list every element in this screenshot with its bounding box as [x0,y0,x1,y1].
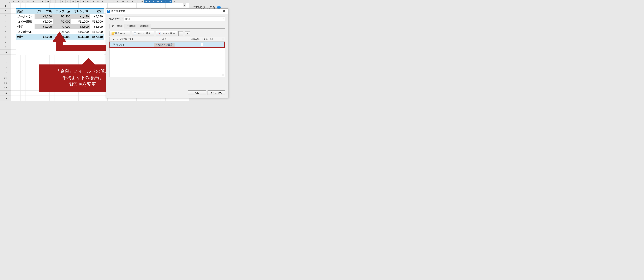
pivot-row-label[interactable]: ダンボール [16,29,34,35]
column-header-G[interactable]: G [41,0,46,3]
column-header-E[interactable]: E [31,0,36,3]
pivot-header[interactable]: アップル店 [53,9,72,14]
row-header-4[interactable]: 4 [0,19,11,24]
pivot-row-label[interactable]: 付箋 [16,24,34,29]
row-header-3[interactable]: 3 [0,14,11,19]
value-field-select[interactable]: 金額 ▾ [124,17,225,21]
column-header-AA[interactable]: AA [140,0,144,3]
column-header-H[interactable]: H [46,0,51,3]
rules-scroll-up-icon[interactable]: ▲ [222,38,224,40]
pivot-total-cell[interactable]: ¥47,540 [90,35,104,40]
column-header-AG[interactable]: AG [164,0,168,3]
new-rule-button[interactable]: 新規ルール... [109,31,130,36]
pivot-cell[interactable]: ¥18,000 [90,19,104,24]
pivot-cell[interactable]: ¥5,000 [34,19,53,24]
column-header-P[interactable]: P [86,0,90,3]
column-header-A[interactable]: A [11,0,16,3]
pivot-cell[interactable]: ¥2,000 [53,19,72,24]
column-header-AC[interactable]: AC [148,0,152,3]
row-header-15[interactable]: 15 [0,75,11,80]
scroll-up-button[interactable]: ▲ [183,4,186,7]
column-header-Z[interactable]: Z [135,0,140,3]
delete-rule-button[interactable]: ルールの削除 [156,31,177,36]
row-header-2[interactable]: 2 [0,9,11,14]
cancel-button[interactable]: キャンセル [208,90,225,95]
column-header-W[interactable]: W [120,0,125,3]
row-header-18[interactable]: 18 [0,91,11,96]
column-header-T[interactable]: T [106,0,110,3]
pivot-header[interactable]: 総計 [90,9,104,14]
pivot-cell[interactable]: ¥2,000 [34,24,53,29]
pivot-cell[interactable]: ¥1,440 [72,14,90,19]
row-header-19[interactable]: 19 [0,96,11,101]
pivot-cell[interactable]: ¥18,000 [90,29,104,35]
tab-2[interactable]: 総計領域 [138,24,151,29]
column-header-AD[interactable]: AD [152,0,156,3]
column-header-Y[interactable]: Y [130,0,135,3]
pivot-total-cell[interactable]: ¥24,940 [72,35,90,40]
column-header-J[interactable]: J [56,0,60,3]
move-rule-down-button[interactable]: ▼ [185,31,190,36]
pivot-cell[interactable]: ¥2,000 [53,24,72,29]
pivot-cell[interactable]: ¥11,000 [72,19,90,24]
column-header-M[interactable]: M [70,0,76,3]
pivot-cell[interactable]: ¥5,040 [90,14,104,19]
row-header-11[interactable]: 11 [0,55,11,60]
select-all-corner[interactable] [0,0,11,3]
column-header-AE[interactable]: AE [156,0,160,3]
row-header-9[interactable]: 9 [0,44,11,50]
pivot-row-label[interactable]: ボールペン [16,14,34,19]
column-header-B[interactable]: B [16,0,21,3]
close-button[interactable]: ✕ [221,9,227,14]
column-header-Q[interactable]: Q [90,0,96,3]
pivot-header[interactable]: オレンジ店 [72,9,90,14]
column-header-I[interactable]: I [51,0,56,3]
column-header-S[interactable]: S [100,0,106,3]
rules-scroll-down-icon[interactable]: ▼ [222,74,224,76]
column-header-V[interactable]: V [115,0,120,3]
column-header-R[interactable]: R [96,0,100,3]
tab-1[interactable]: 小計領域 [124,24,138,29]
row-header-8[interactable]: 8 [0,39,11,44]
row-header-1[interactable]: 1 [0,3,11,9]
row-header-10[interactable]: 10 [0,50,11,55]
edit-rule-button[interactable]: ルールの編集... [132,31,154,36]
column-header-C[interactable]: C [21,0,26,3]
row-header-5[interactable]: 5 [0,24,11,29]
column-header-N[interactable]: N [76,0,80,3]
pivot-cell[interactable]: ¥2,500 [72,24,90,29]
column-header-AB[interactable]: AB [144,0,148,3]
rule-row[interactable]: 平均より下 Aaあぁアァ亜宇 [110,42,225,48]
column-header-D[interactable]: D [26,0,31,3]
row-header-7[interactable]: 7 [0,34,11,39]
pivot-cell[interactable] [34,29,53,35]
column-header-O[interactable]: O [80,0,86,3]
pivot-cell[interactable]: ¥6,500 [90,24,104,29]
row-header-12[interactable]: 12 [0,60,11,65]
column-header-L[interactable]: L [66,0,70,3]
pivot-total-cell[interactable]: ¥8,200 [34,35,53,40]
row-header-6[interactable]: 6 [0,29,11,34]
row-header-14[interactable]: 14 [0,70,11,75]
pivot-cell[interactable]: ¥2,400 [53,14,72,19]
column-header-F[interactable]: F [36,0,41,3]
rule-stop-checkbox[interactable] [201,43,203,46]
pivot-cell[interactable]: ¥1,200 [34,14,53,19]
tab-0[interactable]: データ領域 [109,24,125,29]
column-header-U[interactable]: U [110,0,115,3]
column-header-X[interactable]: X [125,0,130,3]
ok-button[interactable]: OK [188,90,206,95]
column-header-AF[interactable]: AF [160,0,164,3]
row-header-17[interactable]: 17 [0,85,11,91]
pivot-header[interactable]: グレープ店 [34,9,53,14]
column-header-K[interactable]: K [60,0,66,3]
pivot-header[interactable]: 商品 [16,9,34,14]
pivot-cell[interactable]: ¥10,000 [72,29,90,35]
pivot-total-label[interactable]: 総計 [16,35,34,40]
row-header-13[interactable]: 13 [0,65,11,70]
pivot-row-label[interactable]: コピー用紙 [16,19,34,24]
row-header-16[interactable]: 16 [0,80,11,85]
move-rule-up-button[interactable]: ▲ [178,31,184,36]
column-header-AH[interactable]: AH [168,0,172,3]
column-header-AI[interactable]: AI [172,0,176,3]
